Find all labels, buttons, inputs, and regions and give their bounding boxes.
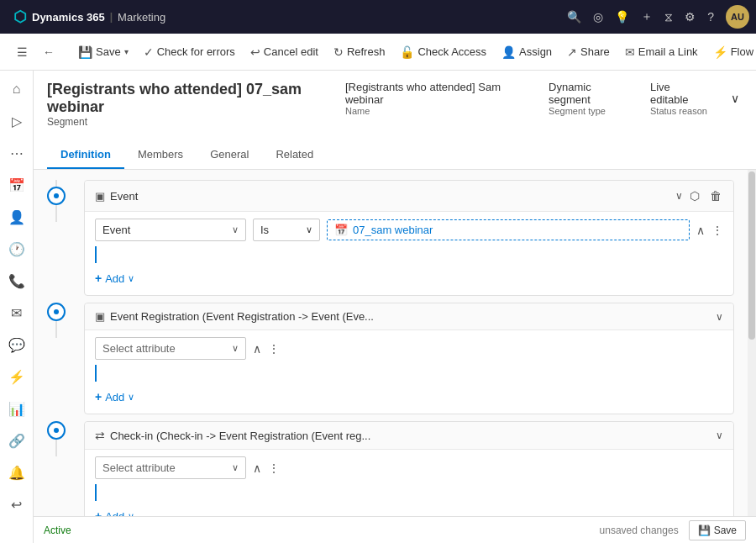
attr-collapse-event-reg[interactable]: ∧ (253, 342, 261, 356)
command-bar: ☰ ← 💾 Save ▾ ✓ Check for errors ↩ Cancel… (0, 34, 756, 71)
node-circle-event-reg (47, 303, 66, 321)
attr-field-event[interactable]: Event ∨ (95, 219, 246, 241)
hamburger-button[interactable]: ☰ (10, 40, 34, 64)
tab-general[interactable]: General (197, 141, 262, 169)
sidebar-item-lightning[interactable]: ⚡ (2, 361, 32, 392)
attr-collapse-checkin[interactable]: ∧ (253, 461, 261, 475)
settings-icon[interactable]: ⚙ (685, 10, 696, 24)
back-button[interactable]: ← (36, 40, 61, 64)
add-chevron-checkin: ∨ (128, 511, 134, 517)
sidebar-item-calendar[interactable]: 📅 (2, 170, 32, 200)
group-event-delete-button[interactable]: 🗑 (708, 187, 723, 204)
add-button-checkin[interactable]: + Add ∨ (95, 506, 134, 516)
meta-segment-type-field: Dynamic segment Segment type (549, 81, 630, 116)
calendar-icon-event: 📅 (334, 224, 348, 236)
attr-field-checkin[interactable]: Select attribute ∨ (95, 456, 246, 479)
tab-related[interactable]: Related (262, 141, 327, 169)
group-event-chevron[interactable]: ∨ (675, 190, 683, 202)
sidebar-item-recent[interactable]: ▷ (2, 106, 32, 136)
attr-collapse-event[interactable]: ∧ (696, 224, 705, 237)
sidebar-item-contacts[interactable]: 👤 (2, 202, 32, 232)
group-event-actions: ⬡ 🗑 (688, 187, 723, 204)
sidebar-item-phone[interactable]: 📞 (2, 266, 32, 296)
brand-name: Dynamics 365 (32, 11, 105, 24)
scrollbar[interactable] (748, 170, 756, 516)
left-sidebar: ⌂ ▷ ⋯ 📅 👤 🕐 📞 ✉ 💬 ⚡ 📊 🔗 🔔 ↩ (0, 71, 34, 543)
attr-more-event-reg[interactable]: ⋮ (268, 342, 280, 356)
check-access-button[interactable]: 🔓 Check Access (393, 40, 493, 64)
group-event-reg-chevron[interactable]: ∨ (716, 311, 723, 323)
group-event-title: Event (110, 190, 670, 203)
flow-icon: ⚡ (713, 45, 727, 59)
node-circle-checkin (47, 421, 66, 440)
sidebar-item-clock[interactable]: 🕐 (2, 234, 32, 264)
attr-more-event[interactable]: ⋮ (711, 224, 723, 237)
save-button-bottom[interactable]: 💾 Save (689, 520, 746, 540)
group-event-reg-row: ▣ Event Registration (Event Registration… (47, 303, 734, 421)
assign-button[interactable]: 👤 Assign (495, 40, 559, 64)
sidebar-item-mail[interactable]: ✉ (2, 298, 32, 328)
sidebar-item-home[interactable]: ⌂ (2, 74, 32, 104)
meta-status-field: Live editable Status reason (650, 81, 707, 116)
share-button[interactable]: ↗ Share (560, 40, 617, 64)
group-checkin-row: ⇄ Check-in (Check-in -> Event Registrati… (47, 421, 734, 516)
scrollbar-thumb[interactable] (748, 171, 755, 340)
help-icon[interactable]: ? (707, 10, 714, 24)
attr-more-checkin[interactable]: ⋮ (268, 461, 280, 475)
email-link-button[interactable]: ✉ Email a Link (618, 40, 705, 64)
save-bottom-label: Save (714, 525, 737, 536)
header-expand-button[interactable]: ∨ (727, 88, 743, 108)
add-button-event-reg[interactable]: + Add ∨ (95, 387, 134, 407)
meta-name-label: Name (345, 106, 528, 116)
meta-segment-type-value: Dynamic segment (549, 81, 630, 106)
filter-icon[interactable]: ⧖ (664, 10, 673, 24)
attr-field-checkin-label: Select attribute (102, 461, 176, 474)
plus-icon-event-reg: + (95, 390, 102, 403)
add-label-checkin: Add (105, 510, 124, 517)
meta-segment-type-label: Segment type (549, 106, 630, 116)
back-icon: ← (43, 45, 55, 59)
flow-button[interactable]: ⚡ Flow ▾ (706, 40, 756, 64)
vline-bottom-event-reg (55, 321, 57, 338)
bulb-icon[interactable]: 💡 (615, 10, 629, 24)
sidebar-item-link[interactable]: 🔗 (2, 425, 32, 456)
group-checkin-title: Check-in (Check-in -> Event Registration… (110, 430, 711, 442)
group-card-checkin: ⇄ Check-in (Check-in -> Event Registrati… (84, 421, 734, 516)
group-header-checkin: ⇄ Check-in (Check-in -> Event Registrati… (85, 422, 733, 450)
sidebar-item-menu3[interactable]: ⋯ (2, 138, 32, 168)
attr-value-event[interactable]: 📅 07_sam webinar (327, 219, 690, 240)
sidebar-item-chart[interactable]: 📊 (2, 393, 32, 424)
attr-field-event-reg[interactable]: Select attribute ∨ (95, 337, 246, 360)
node-circle-event (47, 187, 66, 205)
sidebar-item-bell[interactable]: 🔔 (2, 457, 32, 488)
check-access-icon: 🔓 (400, 45, 414, 59)
add-button-event[interactable]: + Add ∨ (95, 268, 134, 288)
tab-definition[interactable]: Definition (47, 141, 124, 169)
target-icon[interactable]: ◎ (593, 10, 603, 24)
group-event-body: Event ∨ Is ∨ 📅 07_sam w (85, 212, 733, 295)
group-checkin-chevron[interactable]: ∨ (716, 430, 723, 441)
plus-icon-event: + (95, 272, 102, 285)
add-label-event: Add (105, 272, 124, 285)
group-event-share-button[interactable]: ⬡ (688, 187, 701, 204)
group-event-reg-title: Event Registration (Event Registration -… (110, 310, 711, 323)
main-content: [Registrants who attended] 07_sam webina… (34, 71, 756, 543)
share-icon: ↗ (567, 45, 577, 59)
node-left-event (47, 180, 66, 222)
check-errors-button[interactable]: ✓ Check for errors (137, 40, 242, 64)
save-bottom-icon: 💾 (698, 525, 711, 536)
sidebar-item-chat[interactable]: 💬 (2, 329, 32, 360)
search-icon[interactable]: 🔍 (567, 10, 581, 24)
refresh-button[interactable]: ↻ Refresh (327, 40, 392, 64)
attr-operator-event[interactable]: Is ∨ (253, 219, 320, 241)
tab-members[interactable]: Members (124, 141, 197, 169)
plus-icon[interactable]: ＋ (641, 9, 653, 24)
sidebar-item-undo[interactable]: ↩ (2, 489, 32, 519)
status-active-label: Active (44, 525, 71, 536)
user-avatar[interactable]: AU (726, 5, 749, 29)
add-chevron-event-reg: ∨ (128, 392, 134, 403)
meta-status-value: Live editable (650, 81, 707, 106)
cancel-edit-button[interactable]: ↩ Cancel edit (244, 40, 325, 64)
save-button[interactable]: 💾 Save ▾ (71, 40, 135, 64)
save-dropdown-icon[interactable]: ▾ (124, 47, 129, 56)
